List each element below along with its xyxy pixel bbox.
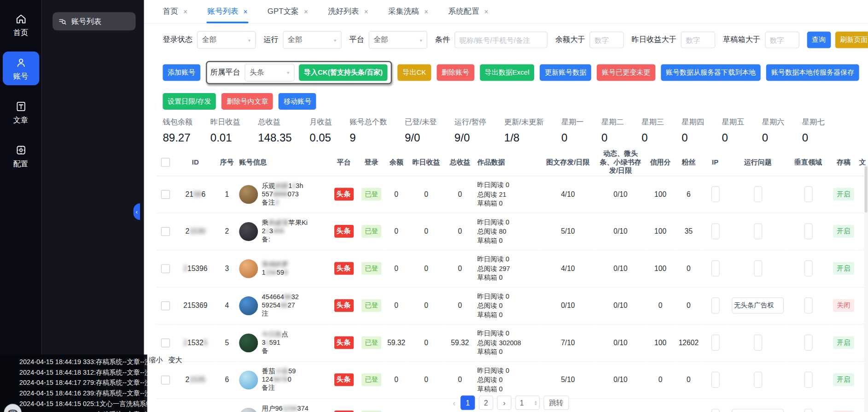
- vertical-scrollbar[interactable]: [864, 165, 868, 412]
- vertical-field-input[interactable]: [804, 372, 812, 388]
- vertical-field-input[interactable]: [804, 335, 812, 351]
- jump-button[interactable]: 跳转: [543, 395, 569, 410]
- login-status-value: 全部: [202, 35, 216, 45]
- next-page-button[interactable]: ›: [497, 395, 511, 410]
- tab-home[interactable]: 首页×: [163, 0, 187, 23]
- filter-bar: 登录状态 全部▾ 运行 全部▾ 平台 全部▾ 条件 余额大于 昨日收益大于: [144, 24, 868, 56]
- update-account-data-button[interactable]: 更新账号数据: [540, 64, 591, 81]
- zoom-in-button[interactable]: 变大: [168, 356, 182, 365]
- account-info: 番茄小说5912456780备注: [239, 367, 327, 392]
- yesterday-gt-input[interactable]: [681, 32, 716, 48]
- upload-to-server-button[interactable]: 账号数据本地传服务器保存: [766, 64, 859, 81]
- stat-value: 0: [722, 131, 745, 144]
- select-all-checkbox[interactable]: [161, 158, 170, 167]
- tab-account-list[interactable]: 账号列表×: [207, 0, 247, 23]
- run-issue-input[interactable]: [754, 372, 762, 388]
- row-checkbox[interactable]: [161, 264, 170, 273]
- set-daily-limit-button[interactable]: 设置日限/存发: [163, 93, 216, 110]
- run-issue-input[interactable]: 无头条广告权: [732, 298, 784, 314]
- stat-item: 钱包余额89.27: [163, 118, 192, 144]
- prev-page-button[interactable]: ‹: [452, 398, 457, 407]
- cell-ip: [702, 250, 728, 288]
- cell-login: 已登: [359, 176, 384, 213]
- zoom-out-button[interactable]: 缩小: [149, 356, 163, 365]
- ip-input[interactable]: [711, 409, 719, 412]
- account-changed-button[interactable]: 账号已更变未更: [597, 64, 655, 81]
- row-checkbox[interactable]: [161, 338, 170, 347]
- balance-gt-input[interactable]: [589, 32, 624, 48]
- delete-account-articles-button[interactable]: 删除号内文章: [221, 93, 273, 110]
- run-issue-input[interactable]: [754, 335, 762, 351]
- tab-washed-list[interactable]: 洗好列表×: [328, 0, 368, 23]
- text-segment: 2: [292, 182, 296, 190]
- close-icon[interactable]: ×: [304, 7, 308, 16]
- column-header: 图文存发/日限: [540, 150, 595, 176]
- close-icon[interactable]: ×: [364, 7, 368, 16]
- sidebar-item-home[interactable]: 首页: [2, 8, 39, 41]
- run-issue-input[interactable]: [754, 260, 762, 277]
- vertical-field-input[interactable]: [804, 298, 812, 314]
- sidebar-item-article[interactable]: 文章: [2, 95, 39, 129]
- import-ck-button[interactable]: 导入CK(暂支持头条/百家): [299, 64, 388, 81]
- run-select[interactable]: 全部▾: [283, 31, 341, 48]
- refresh-page-button[interactable]: 刷新页面: [835, 32, 868, 48]
- vertical-field-input[interactable]: [804, 260, 812, 277]
- store-toggle[interactable]: 开启: [833, 225, 854, 238]
- page-button-2[interactable]: 2: [479, 395, 493, 410]
- row-checkbox[interactable]: [161, 301, 170, 310]
- platform-select[interactable]: 全部▾: [369, 31, 427, 48]
- vertical-field-input[interactable]: [804, 224, 812, 240]
- row-checkbox[interactable]: [161, 227, 170, 236]
- ip-input[interactable]: [711, 260, 719, 277]
- ip-input[interactable]: [711, 298, 719, 314]
- sidebar-item-account[interactable]: 账号: [2, 52, 39, 85]
- page-button-1[interactable]: 1: [460, 395, 475, 410]
- condition-input[interactable]: [454, 32, 548, 48]
- store-toggle[interactable]: 开启: [833, 262, 854, 275]
- ip-input[interactable]: [711, 186, 719, 202]
- login-status-select[interactable]: 全部▾: [197, 31, 256, 48]
- spinner-icons[interactable]: ▲▼: [534, 400, 538, 406]
- account-name: 4546648832592546627注: [262, 293, 299, 318]
- ip-input[interactable]: [711, 224, 719, 240]
- run-issue-input[interactable]: [754, 224, 762, 240]
- ip-input[interactable]: [711, 335, 719, 351]
- vertical-field-input[interactable]: [804, 409, 812, 412]
- row-checkbox[interactable]: [161, 190, 170, 199]
- delete-account-button[interactable]: 删除账号: [437, 64, 474, 81]
- store-toggle[interactable]: 关闭: [833, 300, 854, 312]
- store-toggle[interactable]: 开启: [833, 188, 854, 201]
- platform-badge-toutiao: 头条: [334, 188, 353, 201]
- cell-run-issue: 无头条广告权: [728, 399, 787, 412]
- vertical-field-input[interactable]: [804, 186, 812, 202]
- text-segment: 124: [262, 376, 273, 383]
- ip-input[interactable]: [711, 372, 719, 388]
- move-account-button[interactable]: 移动账号: [279, 93, 316, 110]
- close-icon[interactable]: ×: [243, 7, 247, 16]
- cell-dongtai-limit: 0/10: [595, 324, 645, 362]
- panel-collapse-handle[interactable]: ‹: [134, 203, 140, 220]
- tab-system-config[interactable]: 系统配置×: [448, 0, 488, 23]
- close-icon[interactable]: ×: [424, 7, 428, 16]
- tab-collect-wash[interactable]: 采集洗稿×: [388, 0, 428, 23]
- run-issue-input[interactable]: 无头条广告权: [732, 409, 784, 412]
- draft-gt-input[interactable]: [765, 32, 799, 48]
- export-excel-button[interactable]: 导出数据Excel: [480, 64, 535, 81]
- run-issue-input[interactable]: [754, 186, 762, 202]
- sidebar-item-config[interactable]: 配置: [2, 139, 39, 173]
- close-icon[interactable]: ×: [484, 7, 489, 16]
- export-ck-button[interactable]: 导出CK: [398, 64, 431, 81]
- owner-platform-select[interactable]: 头条▾: [245, 64, 294, 81]
- store-toggle[interactable]: 开启: [833, 374, 854, 387]
- scrollbar-thumb[interactable]: [865, 166, 868, 213]
- store-toggle[interactable]: 开启: [833, 336, 854, 349]
- account-name: 英雄的梦1234598: [262, 260, 289, 277]
- tab-gpt-copy[interactable]: GPT文案×: [268, 0, 308, 23]
- panel-search[interactable]: 账号列表: [52, 12, 135, 30]
- row-checkbox[interactable]: [161, 376, 170, 384]
- download-from-server-button[interactable]: 账号数据从服务器下载到本地: [661, 64, 761, 81]
- query-button[interactable]: 查询: [807, 32, 831, 48]
- close-icon[interactable]: ×: [183, 7, 187, 16]
- page-jump-box[interactable]: 1 ▲▼: [515, 395, 540, 410]
- add-account-button[interactable]: 添加账号: [163, 64, 200, 81]
